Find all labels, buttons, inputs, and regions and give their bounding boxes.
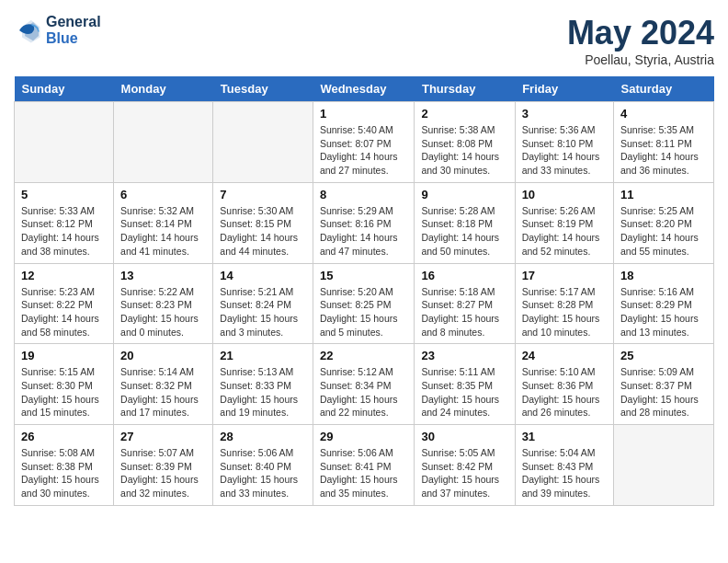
calendar-cell: 10Sunrise: 5:26 AMSunset: 8:19 PMDayligh… [515,182,613,263]
day-info: Sunrise: 5:20 AMSunset: 8:25 PMDaylight:… [320,285,408,339]
calendar-cell: 15Sunrise: 5:20 AMSunset: 8:25 PMDayligh… [313,263,415,344]
day-number: 26 [21,430,107,443]
day-number: 27 [120,430,206,443]
day-info: Sunrise: 5:08 AMSunset: 8:38 PMDaylight:… [21,446,107,500]
calendar-cell: 28Sunrise: 5:06 AMSunset: 8:40 PMDayligh… [213,425,313,506]
calendar-cell: 22Sunrise: 5:12 AMSunset: 8:34 PMDayligh… [313,344,415,425]
day-info: Sunrise: 5:09 AMSunset: 8:37 PMDaylight:… [620,365,707,419]
day-number: 20 [120,349,206,362]
day-number: 17 [522,269,607,282]
calendar-week-3: 12Sunrise: 5:23 AMSunset: 8:22 PMDayligh… [15,263,714,344]
calendar-cell: 7Sunrise: 5:30 AMSunset: 8:15 PMDaylight… [213,182,313,263]
day-info: Sunrise: 5:38 AMSunset: 8:08 PMDaylight:… [421,123,507,178]
day-number: 30 [421,430,507,443]
day-info: Sunrise: 5:16 AMSunset: 8:29 PMDaylight:… [620,285,707,339]
calendar-cell: 30Sunrise: 5:05 AMSunset: 8:42 PMDayligh… [415,425,515,506]
day-number: 19 [21,349,107,362]
day-info: Sunrise: 5:22 AMSunset: 8:23 PMDaylight:… [120,285,206,339]
calendar-week-1: 1Sunrise: 5:40 AMSunset: 8:07 PMDaylight… [15,102,714,183]
day-number: 21 [220,349,306,362]
calendar-cell: 26Sunrise: 5:08 AMSunset: 8:38 PMDayligh… [15,425,114,506]
day-number: 3 [522,107,607,121]
calendar-cell: 21Sunrise: 5:13 AMSunset: 8:33 PMDayligh… [213,344,313,425]
day-number: 5 [21,188,107,201]
calendar-cell [114,102,213,183]
calendar-cell: 16Sunrise: 5:18 AMSunset: 8:27 PMDayligh… [415,263,515,344]
calendar-cell: 2Sunrise: 5:38 AMSunset: 8:08 PMDaylight… [415,102,515,183]
day-info: Sunrise: 5:23 AMSunset: 8:22 PMDaylight:… [21,285,107,339]
day-number: 1 [320,107,408,121]
day-info: Sunrise: 5:10 AMSunset: 8:36 PMDaylight:… [522,365,607,419]
day-info: Sunrise: 5:33 AMSunset: 8:12 PMDaylight:… [21,204,107,259]
location-subtitle: Poellau, Styria, Austria [567,52,714,67]
day-number: 14 [220,269,306,282]
column-header-saturday: Saturday [614,76,714,102]
day-info: Sunrise: 5:18 AMSunset: 8:27 PMDaylight:… [421,285,507,339]
day-info: Sunrise: 5:40 AMSunset: 8:07 PMDaylight:… [320,123,408,178]
day-number: 2 [421,107,507,121]
day-info: Sunrise: 5:15 AMSunset: 8:30 PMDaylight:… [21,365,107,419]
day-info: Sunrise: 5:04 AMSunset: 8:43 PMDaylight:… [522,446,607,500]
day-number: 22 [320,349,408,362]
calendar-week-2: 5Sunrise: 5:33 AMSunset: 8:12 PMDaylight… [15,182,714,263]
day-info: Sunrise: 5:05 AMSunset: 8:42 PMDaylight:… [421,446,507,500]
calendar-cell: 23Sunrise: 5:11 AMSunset: 8:35 PMDayligh… [415,344,515,425]
day-number: 6 [120,188,206,201]
calendar-cell: 25Sunrise: 5:09 AMSunset: 8:37 PMDayligh… [614,344,714,425]
day-info: Sunrise: 5:06 AMSunset: 8:41 PMDaylight:… [320,446,408,500]
calendar-cell: 8Sunrise: 5:29 AMSunset: 8:16 PMDaylight… [313,182,415,263]
calendar-cell: 1Sunrise: 5:40 AMSunset: 8:07 PMDaylight… [313,102,415,183]
day-number: 8 [320,188,408,201]
day-number: 23 [421,349,507,362]
calendar-cell: 5Sunrise: 5:33 AMSunset: 8:12 PMDaylight… [15,182,114,263]
calendar-cell: 27Sunrise: 5:07 AMSunset: 8:39 PMDayligh… [114,425,213,506]
day-info: Sunrise: 5:07 AMSunset: 8:39 PMDaylight:… [120,446,206,500]
day-info: Sunrise: 5:36 AMSunset: 8:10 PMDaylight:… [522,123,607,178]
day-info: Sunrise: 5:13 AMSunset: 8:33 PMDaylight:… [220,365,306,419]
day-number: 18 [620,269,707,282]
calendar-cell: 11Sunrise: 5:25 AMSunset: 8:20 PMDayligh… [614,182,714,263]
day-info: Sunrise: 5:32 AMSunset: 8:14 PMDaylight:… [120,204,206,259]
day-info: Sunrise: 5:26 AMSunset: 8:19 PMDaylight:… [522,204,607,259]
calendar-cell [213,102,313,183]
day-info: Sunrise: 5:14 AMSunset: 8:32 PMDaylight:… [120,365,206,419]
column-header-monday: Monday [114,76,213,102]
day-number: 9 [421,188,507,201]
day-header-row: SundayMondayTuesdayWednesdayThursdayFrid… [15,76,714,102]
day-info: Sunrise: 5:25 AMSunset: 8:20 PMDaylight:… [620,204,707,259]
day-number: 7 [220,188,306,201]
day-number: 11 [620,188,707,201]
day-info: Sunrise: 5:29 AMSunset: 8:16 PMDaylight:… [320,204,408,259]
calendar-cell: 13Sunrise: 5:22 AMSunset: 8:23 PMDayligh… [114,263,213,344]
day-number: 24 [522,349,607,362]
column-header-thursday: Thursday [415,76,515,102]
calendar-cell [15,102,114,183]
calendar-cell: 18Sunrise: 5:16 AMSunset: 8:29 PMDayligh… [614,263,714,344]
day-info: Sunrise: 5:17 AMSunset: 8:28 PMDaylight:… [522,285,607,339]
day-info: Sunrise: 5:12 AMSunset: 8:34 PMDaylight:… [320,365,408,419]
day-info: Sunrise: 5:21 AMSunset: 8:24 PMDaylight:… [220,285,306,339]
column-header-sunday: Sunday [15,76,114,102]
logo-icon [14,17,41,44]
day-number: 28 [220,430,306,443]
day-number: 31 [522,430,607,443]
day-number: 13 [120,269,206,282]
day-info: Sunrise: 5:35 AMSunset: 8:11 PMDaylight:… [620,123,707,178]
calendar-cell: 14Sunrise: 5:21 AMSunset: 8:24 PMDayligh… [213,263,313,344]
page-header: General Blue May 2024 Poellau, Styria, A… [14,14,714,67]
day-number: 16 [421,269,507,282]
calendar-cell: 4Sunrise: 5:35 AMSunset: 8:11 PMDaylight… [614,102,714,183]
day-number: 4 [620,107,707,121]
day-number: 29 [320,430,408,443]
calendar-cell: 24Sunrise: 5:10 AMSunset: 8:36 PMDayligh… [515,344,613,425]
calendar-cell: 20Sunrise: 5:14 AMSunset: 8:32 PMDayligh… [114,344,213,425]
calendar-table: SundayMondayTuesdayWednesdayThursdayFrid… [14,76,714,506]
day-number: 25 [620,349,707,362]
day-info: Sunrise: 5:11 AMSunset: 8:35 PMDaylight:… [421,365,507,419]
day-info: Sunrise: 5:30 AMSunset: 8:15 PMDaylight:… [220,204,306,259]
logo-text: General Blue [46,14,101,47]
calendar-cell: 17Sunrise: 5:17 AMSunset: 8:28 PMDayligh… [515,263,613,344]
day-info: Sunrise: 5:28 AMSunset: 8:18 PMDaylight:… [421,204,507,259]
title-section: May 2024 Poellau, Styria, Austria [567,14,714,67]
column-header-wednesday: Wednesday [313,76,415,102]
